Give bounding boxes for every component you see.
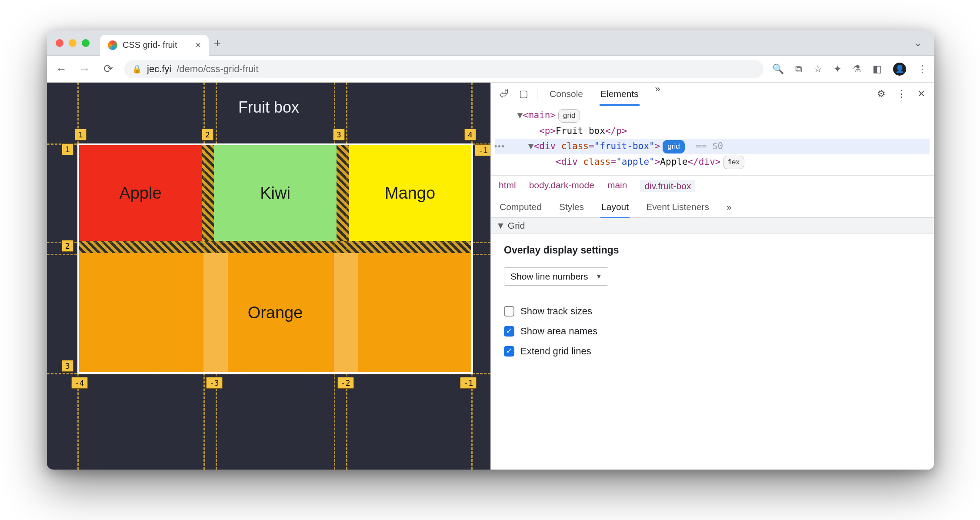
check-label: Extend grid lines <box>520 346 591 357</box>
dom-selected-row[interactable]: ▼<div class="fruit-box">grid == $0 <box>495 139 930 154</box>
browser-window: CSS grid- fruit × ＋ ⌄ ← → ⟳ 🔒 jec.fyi/de… <box>47 30 934 470</box>
check-extend-lines[interactable]: ✓ Extend grid lines <box>504 346 921 357</box>
reload-button[interactable]: ⟳ <box>101 62 116 76</box>
grid-line-label: 2 <box>62 240 73 252</box>
forward-button[interactable]: → <box>77 62 92 76</box>
grid-line-label: -1 <box>475 144 490 156</box>
console-reference: == $0 <box>696 141 723 151</box>
inspect-element-button[interactable]: ⮰ <box>497 88 510 100</box>
layout-pane: Overlay display settings Show line numbe… <box>491 234 934 376</box>
tab-overflow-button[interactable]: ⌄ <box>914 37 922 49</box>
grid-line-label: 4 <box>464 129 476 140</box>
maximize-window-button[interactable] <box>82 39 90 47</box>
zoom-icon[interactable]: 🔍 <box>772 63 784 75</box>
close-devtools-button[interactable]: ✕ <box>915 88 928 100</box>
check-label: Show area names <box>520 326 597 337</box>
subtabs: Computed Styles Layout Event Listeners » <box>491 197 934 218</box>
toolbar: ← → ⟳ 🔒 jec.fyi/demo/css-grid-fruit 🔍 ⧉ … <box>47 56 934 83</box>
tab-elements[interactable]: Elements <box>600 83 640 104</box>
tabs-overflow-button[interactable]: » <box>655 83 660 104</box>
window-controls <box>56 39 90 47</box>
grid-overlay: Apple Kiwi Mango Orange 1 2 3 <box>77 143 473 374</box>
devtools-panel: ⮰ ▢ Console Elements » ⚙ ⋮ ✕ ▼<main>grid… <box>490 83 934 470</box>
subtab-event-listeners[interactable]: Event Listeners <box>645 197 710 217</box>
profile-avatar[interactable]: 👤 <box>893 63 906 76</box>
grid-cell-kiwi: Kiwi <box>214 145 337 241</box>
breadcrumb-item[interactable]: body.dark-mode <box>529 180 594 192</box>
grid-cell-mango: Mango <box>349 145 471 241</box>
grid-cell-orange-label: Orange <box>248 303 303 322</box>
devtools-toolbar: ⮰ ▢ Console Elements » ⚙ ⋮ ✕ <box>491 83 934 105</box>
url-host: jec.fyi <box>147 63 171 75</box>
breadcrumb-item[interactable]: main <box>607 180 627 192</box>
check-track-sizes[interactable]: Show track sizes <box>504 306 921 317</box>
grid-line-label: -1 <box>460 377 477 389</box>
settings-gear-icon[interactable]: ⚙ <box>875 88 888 100</box>
breadcrumb-item[interactable]: html <box>499 180 516 192</box>
page-title: Fruit box <box>47 98 490 117</box>
check-label: Show track sizes <box>520 306 592 317</box>
subtabs-overflow-button[interactable]: » <box>726 197 733 217</box>
subtab-computed[interactable]: Computed <box>499 197 543 217</box>
url-path: /demo/css-grid-fruit <box>177 63 258 75</box>
address-bar[interactable]: 🔒 jec.fyi/demo/css-grid-fruit <box>124 60 763 78</box>
chevron-down-icon: ▼ <box>596 273 602 280</box>
dom-p-close: </p> <box>605 126 627 136</box>
favicon-icon <box>108 40 117 50</box>
grid-line-label: 1 <box>75 129 87 140</box>
line-numbers-select[interactable]: Show line numbers ▼ <box>504 267 608 286</box>
select-value: Show line numbers <box>510 271 588 282</box>
close-tab-button[interactable]: × <box>196 40 201 51</box>
content-area: Fruit box Apple Kiwi Mango Orange <box>47 83 934 470</box>
devtools-menu-button[interactable]: ⋮ <box>895 88 908 100</box>
grid-badge[interactable]: grid <box>558 109 580 123</box>
browser-tab[interactable]: CSS grid- fruit × <box>100 35 209 56</box>
minimize-window-button[interactable] <box>69 39 77 47</box>
checkbox-icon: ✓ <box>504 326 514 337</box>
grid-line-label: 3 <box>62 360 73 372</box>
grid-cell-orange: Orange <box>79 253 471 372</box>
close-window-button[interactable] <box>56 39 63 47</box>
grid-line-label: 2 <box>202 129 213 140</box>
grid-badge-active[interactable]: grid <box>663 140 684 153</box>
lock-icon: 🔒 <box>132 64 142 74</box>
menu-button[interactable]: ⋮ <box>917 63 927 75</box>
flex-badge[interactable]: flex <box>723 156 744 169</box>
grid-line-label: 3 <box>333 129 345 140</box>
dom-p-text: Fruit box <box>556 126 605 136</box>
grid-line-label: -3 <box>206 377 223 389</box>
new-tab-button[interactable]: ＋ <box>209 35 226 50</box>
extensions-icon[interactable]: ✦ <box>833 63 841 75</box>
grid-cell-apple: Apple <box>79 145 202 241</box>
grid-line-label: -4 <box>71 377 88 389</box>
share-icon[interactable]: ⧉ <box>795 63 802 75</box>
dom-main-tag[interactable]: <main> <box>523 110 556 120</box>
dom-p-open[interactable]: <p> <box>539 126 556 136</box>
sidepanel-icon[interactable]: ◧ <box>873 63 882 75</box>
labs-icon[interactable]: ⚗ <box>853 63 861 75</box>
subtab-layout[interactable]: Layout <box>600 197 630 217</box>
dom-tree[interactable]: ▼<main>grid <p>Fruit box</p> ▼<div class… <box>491 105 934 175</box>
page-viewport: Fruit box Apple Kiwi Mango Orange <box>47 83 490 470</box>
tab-console[interactable]: Console <box>549 83 584 104</box>
checkbox-icon <box>504 306 514 317</box>
tab-title: CSS grid- fruit <box>123 40 177 50</box>
breadcrumb-item-selected[interactable]: div.fruit-box <box>640 180 695 192</box>
device-toolbar-button[interactable]: ▢ <box>517 88 530 100</box>
breadcrumb: html body.dark-mode main div.fruit-box <box>491 175 934 197</box>
tab-bar: CSS grid- fruit × ＋ ⌄ <box>47 30 934 56</box>
bookmark-icon[interactable]: ☆ <box>813 63 822 75</box>
grid-line-label: 1 <box>62 143 73 155</box>
grid-line-label: -2 <box>337 377 354 389</box>
toolbar-right: 🔍 ⧉ ☆ ✦ ⚗ ◧ 👤 ⋮ <box>772 63 927 76</box>
back-button[interactable]: ← <box>54 62 69 76</box>
checkbox-icon: ✓ <box>504 346 514 357</box>
grid-section-header[interactable]: ▼Grid <box>491 218 934 234</box>
check-area-names[interactable]: ✓ Show area names <box>504 326 921 337</box>
overlay-settings-heading: Overlay display settings <box>504 244 921 256</box>
subtab-styles[interactable]: Styles <box>558 197 585 217</box>
